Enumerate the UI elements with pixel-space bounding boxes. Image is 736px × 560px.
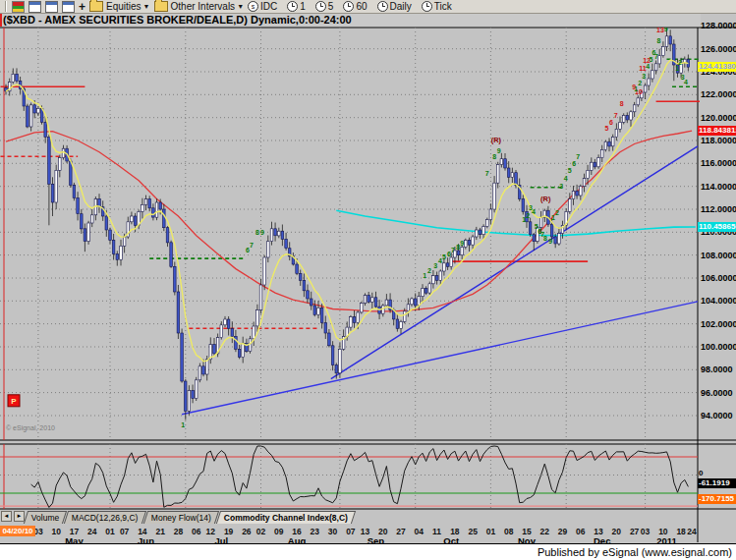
svg-text:1: 1 (423, 272, 426, 279)
tab-scroll-left-button[interactable]: ◄ (1, 511, 12, 522)
add-symbol-button[interactable]: + (79, 1, 85, 13)
svg-text:4: 4 (564, 175, 568, 182)
chevron-down-icon: ▼ (237, 3, 244, 10)
quote-board-button[interactable] (12, 1, 25, 13)
clock-icon (422, 1, 432, 12)
svg-text:126.0000: 126.0000 (701, 44, 736, 54)
svg-text:2: 2 (678, 59, 682, 66)
equities-folder-dropdown[interactable]: Equities ▼ (89, 1, 150, 13)
interval-tick-button[interactable]: Tick (422, 1, 458, 13)
other-intervals-folder-dropdown[interactable]: Other Intervals ▼ (154, 1, 245, 13)
clock-icon (343, 1, 354, 12)
folder-icon (89, 1, 103, 12)
study-tab-label: Commodity Channel Index(8,C) (224, 513, 348, 523)
svg-text:112.0000: 112.0000 (701, 204, 736, 214)
svg-text:7: 7 (250, 242, 254, 249)
toolbar: + Equities ▼ Other Intervals ▼ s IDC 1 5… (0, 0, 736, 14)
svg-text:116.0000: 116.0000 (701, 158, 736, 168)
cci-zero-label: 0 (698, 469, 736, 478)
svg-text:7: 7 (451, 247, 455, 253)
interval-5-button[interactable]: 5 (315, 1, 340, 13)
svg-text:104.0000: 104.0000 (701, 296, 736, 306)
study-tabs: VolumeMACD(12,26,9,C)Money Flow(14)Commo… (26, 511, 355, 524)
study-tab-money-flow-14-[interactable]: Money Flow(14) (143, 511, 219, 524)
interval-tick-label: Tick (434, 1, 452, 12)
interval-60-label: 60 (356, 1, 367, 12)
pivot-marker: P (8, 395, 20, 407)
folder-icon (154, 1, 168, 12)
copyright-text: © eSignal, 2010 (6, 424, 55, 431)
svg-text:114.0000: 114.0000 (701, 182, 736, 192)
svg-text:118.0000: 118.0000 (701, 136, 736, 145)
price-chart-canvas[interactable]: 16789123456789789(R)123456789(R)12345675… (0, 0, 736, 560)
study-tab-label: MACD(12,26,9,C) (72, 513, 139, 523)
svg-text:7: 7 (654, 53, 658, 60)
chart-title-bar: ($XBD - AMEX SECURITIES BROKER/DEALE,D) … (0, 14, 701, 28)
tab-scroll-right-button[interactable]: ► (14, 511, 25, 522)
date-tick: 24 (681, 527, 703, 536)
plus-icon: + (79, 2, 85, 12)
study-tab-macd-12-26-9-c-[interactable]: MACD(12,26,9,C) (64, 511, 146, 524)
svg-text:4: 4 (532, 208, 536, 215)
red-ma-price-label: 118.843812 (698, 126, 736, 136)
svg-text:98.0000: 98.0000 (701, 364, 733, 374)
svg-text:108.0000: 108.0000 (701, 251, 736, 260)
equities-label: Equities (106, 1, 142, 12)
svg-text:8: 8 (492, 153, 496, 160)
cci-band-label: -170.7155 (698, 494, 736, 504)
svg-text:13: 13 (656, 27, 664, 33)
svg-text:7: 7 (485, 170, 489, 177)
svg-text:102.0000: 102.0000 (701, 319, 736, 329)
svg-text:96.0000: 96.0000 (701, 388, 733, 398)
svg-text:(R): (R) (491, 136, 502, 144)
data-source-icon: s (248, 1, 258, 12)
new-window-button[interactable] (28, 1, 41, 13)
quote-board-icon (12, 1, 25, 13)
interval-daily-label: Daily (390, 1, 412, 12)
svg-text:1: 1 (181, 421, 185, 428)
svg-text:3: 3 (433, 262, 437, 269)
data-source-button[interactable]: s IDC (248, 1, 283, 13)
svg-text:8: 8 (543, 235, 547, 242)
svg-text:6: 6 (609, 119, 613, 126)
svg-text:9: 9 (460, 240, 464, 247)
study-tab-volume[interactable]: Volume (24, 511, 68, 524)
window-properties-button[interactable] (62, 1, 75, 13)
duplicate-window-button[interactable] (45, 1, 58, 13)
svg-text:120.0000: 120.0000 (701, 113, 736, 123)
svg-text:4: 4 (646, 63, 650, 70)
toolbar-separator (5, 1, 7, 12)
window-properties-icon (62, 1, 75, 13)
svg-text:5: 5 (442, 253, 446, 260)
svg-text:5: 5 (649, 56, 652, 63)
first-date-chip: 04/20/10 (0, 526, 35, 536)
interval-1-label: 1 (300, 1, 306, 12)
svg-text:P: P (11, 397, 17, 406)
svg-text:7: 7 (576, 153, 580, 160)
study-tab-row: ◄ ► VolumeMACD(12,26,9,C)Money Flow(14)C… (0, 510, 698, 524)
interval-60-button[interactable]: 60 (343, 1, 372, 13)
cci-value-label: -61.1919 (698, 478, 736, 488)
svg-text:5: 5 (605, 125, 609, 132)
svg-text:9: 9 (260, 229, 264, 236)
svg-text:106.0000: 106.0000 (701, 273, 736, 283)
svg-text:8: 8 (255, 229, 259, 236)
svg-text:2: 2 (638, 80, 642, 86)
svg-text:2: 2 (526, 212, 530, 219)
study-tab-commodity-channel-index-8-c-[interactable]: Commodity Channel Index(8,C) (216, 511, 356, 524)
svg-text:122.0000: 122.0000 (701, 89, 736, 99)
clock-icon (315, 1, 326, 12)
study-tab-label: Volume (31, 513, 59, 523)
svg-text:2: 2 (427, 267, 431, 274)
other-intervals-label: Other Intervals (171, 1, 236, 12)
svg-text:5: 5 (568, 167, 572, 174)
esignal-advanced-chart-window: { "toolbar": { "equities_label": "Equiti… (0, 0, 736, 560)
interval-1-button[interactable]: 1 (287, 1, 311, 13)
clock-icon (377, 1, 388, 12)
chevron-down-icon: ▼ (143, 3, 150, 10)
svg-text:94.0000: 94.0000 (701, 411, 733, 420)
window-icon (28, 1, 41, 13)
interval-daily-button[interactable]: Daily (377, 1, 418, 13)
svg-text:2: 2 (555, 209, 559, 216)
svg-text:8: 8 (657, 37, 661, 44)
